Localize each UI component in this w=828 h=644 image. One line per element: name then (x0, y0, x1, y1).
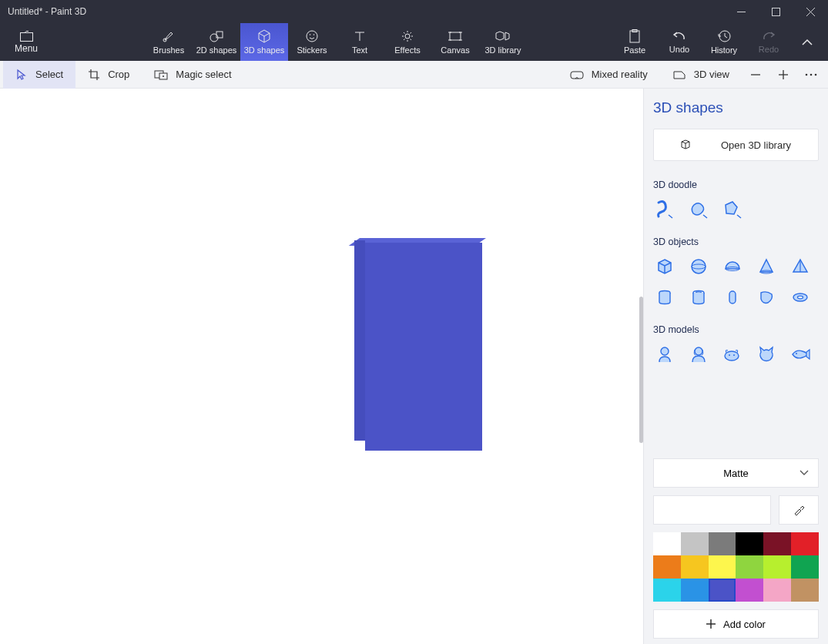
model-dog[interactable] (721, 343, 744, 366)
svg-line-22 (411, 32, 412, 34)
window-controls (724, 0, 828, 23)
svg-point-70 (729, 354, 730, 356)
doodle-sharp[interactable] (721, 198, 744, 221)
color-swatch[interactable] (709, 532, 736, 555)
zoom-out-button[interactable] (742, 61, 769, 89)
color-swatch[interactable] (709, 555, 736, 579)
tab-2d-shapes[interactable]: 2D shapes (193, 23, 240, 61)
history-button[interactable]: History (702, 23, 746, 61)
svg-point-12 (313, 34, 315, 35)
tab-canvas[interactable]: Canvas (431, 23, 479, 61)
3d-view-button[interactable]: 3D view (660, 61, 742, 89)
svg-rect-7 (216, 32, 223, 38)
color-swatch[interactable] (763, 579, 791, 602)
cursor-icon (15, 69, 28, 81)
menu-button[interactable]: Menu (0, 23, 52, 61)
close-button[interactable] (793, 0, 828, 23)
object-cone[interactable] (755, 255, 778, 278)
objects-section-label: 3D objects (653, 236, 819, 247)
ellipsis-icon (805, 72, 817, 77)
mixed-reality-icon (570, 69, 584, 80)
color-swatch[interactable] (653, 579, 681, 602)
tab-brushes[interactable]: Brushes (145, 23, 193, 61)
object-cylinder[interactable] (653, 286, 676, 309)
close-icon (806, 8, 815, 16)
object-sphere[interactable] (687, 255, 710, 278)
ribbon-tools: Brushes 2D shapes 3D shapes Stickers Tex… (52, 23, 612, 61)
add-color-button[interactable]: Add color (653, 609, 819, 639)
tube-doodle-icon (655, 200, 675, 220)
color-swatch[interactable] (681, 532, 709, 555)
color-swatch[interactable] (736, 555, 763, 579)
model-cat[interactable] (755, 343, 778, 366)
color-swatch[interactable] (681, 579, 709, 602)
history-icon (717, 29, 731, 43)
model-woman[interactable] (687, 343, 710, 366)
object-capsule[interactable] (721, 286, 744, 309)
color-swatch[interactable] (763, 532, 791, 555)
soft-doodle-icon (689, 200, 709, 220)
canvas[interactable] (0, 89, 643, 644)
svg-marker-29 (496, 32, 504, 40)
canvas-3d-cube[interactable] (354, 238, 482, 451)
model-man[interactable] (653, 343, 676, 366)
sphere-shape-icon (689, 257, 708, 276)
cube-icon (257, 29, 271, 43)
hemisphere-shape-icon (723, 257, 742, 276)
color-swatch[interactable] (709, 579, 736, 602)
redo-button: Redo (746, 23, 791, 61)
object-hemisphere[interactable] (721, 255, 744, 278)
minimize-button[interactable] (724, 0, 759, 23)
color-swatch[interactable] (791, 579, 819, 602)
color-palette (653, 532, 819, 602)
capsule-shape-icon (723, 288, 742, 307)
plus-small-icon (706, 619, 716, 629)
object-torus[interactable] (789, 286, 812, 309)
color-swatch[interactable] (681, 555, 709, 579)
models-section-label: 3D models (653, 324, 819, 335)
model-fish[interactable] (789, 343, 812, 366)
mixed-reality-button[interactable]: Mixed reality (558, 61, 660, 89)
color-swatch[interactable] (653, 532, 681, 555)
current-color-display[interactable] (653, 495, 771, 525)
paste-button[interactable]: Paste (612, 23, 657, 61)
tab-3d-library[interactable]: 3D library (479, 23, 527, 61)
svg-marker-30 (505, 32, 509, 40)
maximize-button[interactable] (759, 0, 793, 23)
crop-tool[interactable]: Crop (75, 61, 142, 89)
color-swatch[interactable] (791, 555, 819, 579)
undo-button[interactable]: Undo (657, 23, 702, 61)
library-small-icon (681, 139, 695, 151)
select-tool[interactable]: Select (3, 61, 75, 89)
svg-point-73 (796, 353, 797, 354)
cube-front-face (365, 243, 482, 451)
eyedropper-button[interactable] (779, 495, 819, 525)
color-swatch[interactable] (763, 555, 791, 579)
open-3d-library-button[interactable]: Open 3D library (653, 129, 819, 161)
zoom-in-button[interactable] (769, 61, 797, 89)
tab-3d-shapes[interactable]: 3D shapes (240, 23, 288, 61)
object-pyramid[interactable] (789, 255, 812, 278)
color-swatch[interactable] (736, 532, 763, 555)
more-options-button[interactable] (797, 61, 825, 89)
doodle-tube[interactable] (653, 198, 676, 221)
objects-row-2 (653, 286, 819, 309)
object-cube[interactable] (653, 255, 676, 278)
doodle-soft[interactable] (687, 198, 710, 221)
color-swatch[interactable] (653, 555, 681, 579)
expand-ribbon-button[interactable] (791, 23, 823, 61)
tab-text[interactable]: Text (336, 23, 384, 61)
color-swatch[interactable] (736, 579, 763, 602)
magic-select-tool[interactable]: Magic select (142, 61, 243, 89)
color-swatch[interactable] (791, 532, 819, 555)
material-select[interactable]: Matte (653, 458, 819, 488)
cube-side-face (354, 240, 365, 441)
panel-lower: Matte Add color (653, 458, 819, 639)
object-tube[interactable] (687, 286, 710, 309)
object-curved[interactable] (755, 286, 778, 309)
svg-point-15 (405, 34, 410, 39)
sticker-icon (305, 29, 319, 43)
tab-effects[interactable]: Effects (384, 23, 431, 61)
tab-stickers[interactable]: Stickers (288, 23, 336, 61)
cone-shape-icon (757, 257, 776, 276)
